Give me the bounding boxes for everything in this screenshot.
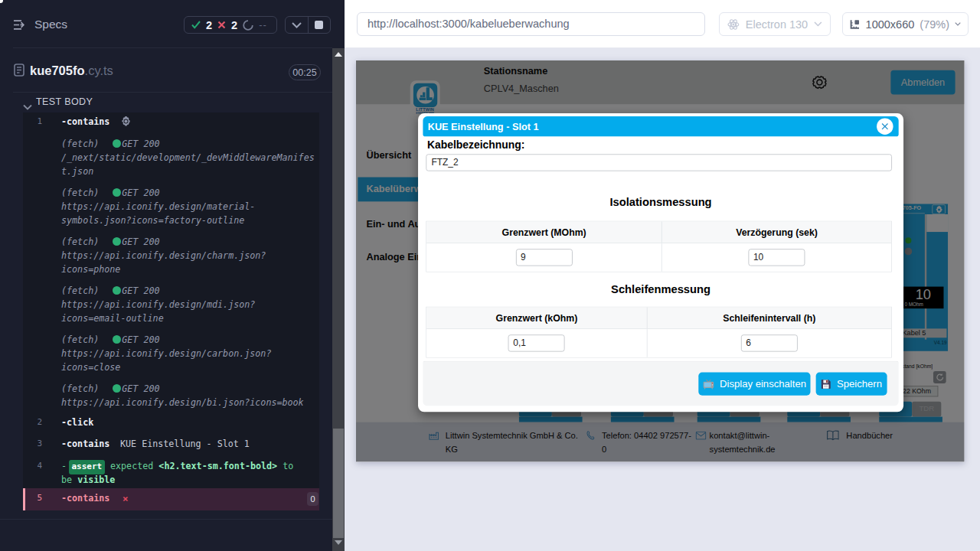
command-row[interactable]: 1-contains bbox=[23, 116, 319, 128]
failed-command-row[interactable]: 5-contains×0 bbox=[23, 488, 319, 510]
grenzwert-mohm-input[interactable]: 9 bbox=[516, 249, 573, 266]
spec-name[interactable]: kue705fo.cy.ts bbox=[30, 64, 113, 78]
command-message: KUE Einstellung - Slot 1 bbox=[120, 438, 250, 450]
scroll-down-arrow[interactable] bbox=[335, 540, 342, 545]
electron-icon bbox=[727, 18, 740, 31]
gear-icon bbox=[121, 116, 131, 129]
stop-icon bbox=[315, 21, 323, 29]
passed-count: 2 bbox=[206, 19, 212, 31]
fetch-url: https://api.iconify.design/carbon.json? bbox=[23, 347, 319, 360]
cypress-sidebar: Specs 2 2 -- kue705fo.cy.ts 00:25 TEST B… bbox=[0, 0, 345, 551]
column-header: Grenzwert (kOhm) bbox=[426, 308, 647, 329]
runner-controls bbox=[285, 16, 331, 34]
test-body-label[interactable]: TEST BODY bbox=[36, 96, 93, 107]
status-ok-dot bbox=[113, 139, 121, 148]
command-name: -contains bbox=[61, 493, 109, 504]
command-number: 5 bbox=[23, 493, 42, 503]
collapse-button[interactable] bbox=[286, 17, 308, 33]
specs-menu-icon[interactable] bbox=[13, 19, 26, 34]
browser-label: Electron 130 bbox=[746, 18, 808, 31]
fetch-log-row[interactable]: (fetch)GET 200 bbox=[23, 285, 319, 297]
assert-dash: - bbox=[61, 460, 67, 472]
column-header: Schleifenintervall (h) bbox=[647, 308, 891, 329]
close-x-icon bbox=[881, 122, 889, 130]
display-on-button[interactable]: Display einschalten bbox=[698, 373, 810, 396]
command-number: 1 bbox=[23, 116, 42, 128]
command-number: 3 bbox=[23, 438, 42, 450]
pending-icon bbox=[243, 20, 253, 31]
chevron-down-icon[interactable] bbox=[23, 99, 32, 113]
viewport-select[interactable]: 1000x660 (79%) bbox=[842, 12, 969, 36]
aut-frame: LITTWIN SYSTEMTECHNIK Stationsname CPLV4… bbox=[356, 60, 965, 462]
fetch-log-row[interactable]: (fetch)GET 200 bbox=[23, 138, 319, 150]
fetch-url: t.json bbox=[23, 165, 319, 178]
command-name: -click bbox=[61, 416, 93, 429]
cable-name-label: Kabelbezeichnung: bbox=[427, 139, 524, 152]
test-stats: 2 2 -- bbox=[184, 16, 277, 34]
status-ok-dot bbox=[113, 188, 121, 197]
modal-title: KUE Einstellung - Slot 1 bbox=[428, 116, 539, 136]
spec-timer: 00:25 bbox=[289, 64, 321, 80]
fetch-log-row[interactable]: (fetch)GET 200 bbox=[23, 236, 319, 248]
grenzwert-kohm-input[interactable]: 0,1 bbox=[508, 334, 565, 351]
isolation-heading: Isolationsmessung bbox=[418, 195, 903, 208]
modal-close-button[interactable] bbox=[877, 118, 893, 134]
isolation-table: Grenzwert (MOhm) Verzögerung (sek) 9 10 bbox=[426, 221, 892, 272]
stop-button[interactable] bbox=[309, 17, 331, 33]
command-row[interactable]: 2-click bbox=[23, 416, 319, 429]
schleifenintervall-input[interactable]: 6 bbox=[741, 334, 798, 351]
status-ok-dot bbox=[113, 384, 121, 393]
tv-icon bbox=[703, 379, 714, 390]
fetch-log-row[interactable]: (fetch)GET 200 bbox=[23, 383, 319, 395]
specs-header: Specs 2 2 -- bbox=[0, 0, 345, 47]
spec-file-icon bbox=[14, 64, 24, 80]
schleifen-table: Grenzwert (kOhm) Schleifenintervall (h) … bbox=[426, 307, 892, 358]
modal-header: KUE Einstellung - Slot 1 bbox=[423, 116, 898, 136]
passed-icon bbox=[191, 21, 201, 29]
kue-settings-modal: KUE Einstellung - Slot 1 Kabelbezeichnun… bbox=[418, 113, 903, 412]
display-on-label: Display einschalten bbox=[720, 378, 806, 390]
command-row[interactable]: 3-containsKUE Einstellung - Slot 1 bbox=[23, 438, 319, 450]
modal-footer: Display einschalten Speichern bbox=[423, 360, 898, 406]
save-button[interactable]: Speichern bbox=[816, 373, 887, 396]
failed-icon bbox=[217, 21, 226, 29]
assert-row-line2: be visible bbox=[23, 474, 319, 486]
spec-extension: .cy.ts bbox=[85, 64, 113, 77]
url-input[interactable]: http://localhost:3000/kabelueberwachung bbox=[357, 12, 705, 36]
fetch-log-row[interactable]: (fetch)GET 200 bbox=[23, 187, 319, 199]
divider bbox=[0, 519, 332, 520]
fetch-url: symbols.json?icons=factory-outline bbox=[23, 214, 319, 227]
scrollbar-thumb[interactable] bbox=[333, 429, 344, 538]
viewport-size: 1000x660 bbox=[866, 18, 915, 31]
fetch-url: https://api.iconify.design/bi.json?icons… bbox=[23, 396, 319, 409]
command-name: -contains bbox=[61, 116, 109, 128]
element-count-badge: 0 bbox=[307, 492, 318, 506]
scroll-up-arrow[interactable] bbox=[335, 52, 342, 57]
viewport-zoom: (79%) bbox=[920, 18, 949, 31]
status-ok-dot bbox=[113, 286, 121, 295]
fetch-label: (fetch)GET 200 bbox=[61, 236, 160, 248]
fetch-label: (fetch)GET 200 bbox=[61, 285, 160, 297]
fetch-log-row[interactable]: (fetch)GET 200 bbox=[23, 334, 319, 346]
specs-title[interactable]: Specs bbox=[34, 18, 67, 31]
fetch-url: https://api.iconify.design/material- bbox=[23, 201, 319, 213]
cable-name-input[interactable]: FTZ_2 bbox=[426, 154, 892, 171]
assert-badge: assert bbox=[69, 460, 105, 474]
assert-message: be visible bbox=[61, 474, 115, 486]
fetch-url: /_next/static/development/_devMiddleware… bbox=[23, 152, 319, 164]
schleifen-heading: Schleifenmessung bbox=[418, 283, 903, 296]
column-header: Verzögerung (sek) bbox=[662, 222, 891, 243]
save-label: Speichern bbox=[837, 378, 882, 390]
viewport-ruler-icon bbox=[850, 18, 861, 31]
verzoegerung-input[interactable]: 10 bbox=[749, 249, 805, 266]
aut-topbar: http://localhost:3000/kabelueberwachung … bbox=[345, 0, 980, 48]
assert-row[interactable]: 4-assertexpected <h2.text-sm.font-bold> … bbox=[23, 460, 319, 472]
divider bbox=[13, 47, 332, 48]
fetch-url: icons=phone bbox=[23, 263, 319, 276]
fetch-url: https://api.iconify.design/charm.json? bbox=[23, 249, 319, 262]
command-name: -contains bbox=[61, 438, 109, 450]
command-log: 1-contains (fetch)GET 200 /_next/static/… bbox=[23, 112, 319, 510]
browser-select[interactable]: Electron 130 bbox=[719, 12, 831, 36]
fail-x-icon: × bbox=[122, 493, 129, 504]
chevron-down-icon bbox=[814, 21, 822, 27]
